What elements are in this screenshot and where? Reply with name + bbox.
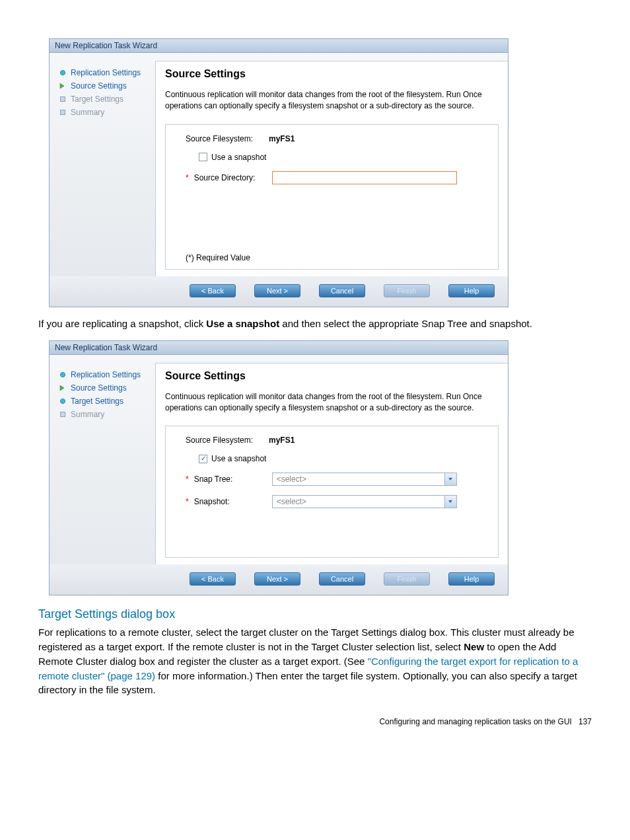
sidebar-item-label: Summary: [71, 410, 104, 419]
form-area: Source Filesystem: myFS1 Use a snapshot …: [165, 124, 499, 270]
input-source-directory[interactable]: [272, 171, 457, 184]
select-placeholder: <select>: [273, 473, 444, 485]
wizard-body: Replication Settings Source Settings Tar…: [50, 355, 508, 565]
checkbox-use-snapshot-checked[interactable]: ✓: [199, 455, 207, 463]
label-use-snapshot: Use a snapshot: [211, 153, 266, 162]
next-button[interactable]: Next >: [254, 284, 300, 297]
sidebar-item-label: Target Settings: [71, 397, 123, 406]
chevron-down-icon: [444, 496, 456, 508]
current-arrow-icon: [59, 82, 67, 90]
wizard-title: New Replication Task Wizard: [50, 39, 508, 53]
page-footer: Configuring and managing replication tas…: [38, 717, 592, 726]
current-arrow-icon: [59, 384, 67, 392]
form-area: Source Filesystem: myFS1 ✓ Use a snapsho…: [165, 426, 499, 558]
label-snapshot: Snapshot:: [194, 497, 268, 506]
pending-icon: [59, 108, 67, 116]
sidebar-item-summary[interactable]: Summary: [59, 106, 153, 119]
paragraph-snapshot-instruction: If you are replicating a snapshot, click…: [38, 317, 592, 331]
label-source-filesystem: Source Filesystem:: [186, 436, 265, 445]
required-asterisk: *: [186, 497, 189, 506]
row-source-directory: * Source Directory:: [186, 171, 478, 184]
help-button[interactable]: Help: [448, 572, 495, 586]
label-source-directory: Source Directory:: [194, 173, 268, 182]
row-snapshot: * Snapshot: <select>: [186, 495, 478, 508]
finish-button: Finish: [384, 284, 430, 297]
row-use-snapshot: ✓ Use a snapshot: [186, 454, 478, 463]
content-heading: Source Settings: [165, 370, 499, 382]
pending-icon: [59, 410, 67, 418]
done-icon: [59, 69, 67, 77]
label-snap-tree: Snap Tree:: [194, 475, 268, 484]
wizard-title: New Replication Task Wizard: [50, 341, 508, 355]
content-description: Continuous replication will monitor data…: [165, 89, 499, 112]
back-button[interactable]: < Back: [190, 284, 236, 297]
wizard-sidebar: Replication Settings Source Settings Tar…: [50, 363, 155, 565]
content-description: Continuous replication will monitor data…: [165, 391, 499, 414]
sidebar-item-label: Target Settings: [71, 95, 123, 104]
page-number: 137: [578, 717, 592, 726]
checkbox-use-snapshot[interactable]: [199, 153, 207, 161]
button-bar: < Back Next > Cancel Finish Help: [50, 564, 508, 595]
wizard-dialog-1: New Replication Task Wizard Replication …: [49, 38, 508, 307]
row-source-filesystem: Source Filesystem: myFS1: [186, 436, 478, 445]
chevron-down-icon: [444, 473, 456, 485]
next-button[interactable]: Next >: [254, 572, 300, 586]
footer-text: Configuring and managing replication tas…: [379, 717, 572, 726]
sidebar-item-replication-settings[interactable]: Replication Settings: [59, 368, 153, 381]
wizard-sidebar: Replication Settings Source Settings Tar…: [50, 61, 155, 276]
bold-text: Use a snapshot: [206, 318, 279, 329]
label-source-filesystem: Source Filesystem:: [186, 134, 265, 143]
required-asterisk: *: [186, 475, 189, 484]
sidebar-item-source-settings[interactable]: Source Settings: [59, 381, 153, 395]
select-snap-tree[interactable]: <select>: [272, 473, 457, 486]
required-asterisk: *: [186, 173, 189, 182]
sidebar-item-label: Replication Settings: [71, 68, 141, 77]
section-heading-target-settings: Target Settings dialog box: [38, 607, 592, 621]
value-source-filesystem: myFS1: [269, 134, 295, 143]
paragraph-target-settings: For replications to a remote cluster, se…: [38, 625, 592, 697]
help-button[interactable]: Help: [448, 284, 495, 297]
wizard-dialog-2: New Replication Task Wizard Replication …: [49, 340, 508, 596]
sidebar-item-summary[interactable]: Summary: [59, 408, 153, 421]
back-button[interactable]: < Back: [190, 572, 236, 586]
text: If you are replicating a snapshot, click: [38, 318, 206, 329]
row-snap-tree: * Snap Tree: <select>: [186, 473, 478, 486]
required-note: (*) Required Value: [186, 253, 250, 262]
cancel-button[interactable]: Cancel: [319, 572, 365, 586]
cancel-button[interactable]: Cancel: [319, 284, 365, 297]
wizard-body: Replication Settings Source Settings Tar…: [50, 53, 508, 276]
sidebar-item-replication-settings[interactable]: Replication Settings: [59, 66, 153, 79]
text: and then select the appropriate Snap Tre…: [279, 318, 532, 329]
value-source-filesystem: myFS1: [269, 436, 295, 445]
sidebar-item-target-settings[interactable]: Target Settings: [59, 93, 153, 106]
finish-button: Finish: [384, 572, 430, 586]
wizard-content: Source Settings Continuous replication w…: [155, 363, 508, 565]
select-placeholder: <select>: [273, 496, 444, 508]
row-use-snapshot: Use a snapshot: [186, 153, 478, 162]
row-source-filesystem: Source Filesystem: myFS1: [186, 134, 478, 143]
sidebar-item-label: Summary: [71, 108, 104, 117]
button-bar: < Back Next > Cancel Finish Help: [50, 276, 508, 307]
sidebar-item-target-settings[interactable]: Target Settings: [59, 395, 153, 408]
sidebar-item-label: Replication Settings: [71, 370, 141, 379]
sidebar-item-source-settings[interactable]: Source Settings: [59, 79, 153, 93]
done-icon: [59, 371, 67, 379]
sidebar-item-label: Source Settings: [71, 81, 127, 91]
wizard-content: Source Settings Continuous replication w…: [155, 61, 508, 276]
label-use-snapshot: Use a snapshot: [211, 454, 266, 463]
done-icon: [59, 397, 67, 405]
select-snapshot[interactable]: <select>: [272, 495, 457, 508]
pending-icon: [59, 95, 67, 103]
content-heading: Source Settings: [165, 68, 499, 80]
bold-text: New: [464, 641, 484, 652]
sidebar-item-label: Source Settings: [71, 383, 127, 393]
